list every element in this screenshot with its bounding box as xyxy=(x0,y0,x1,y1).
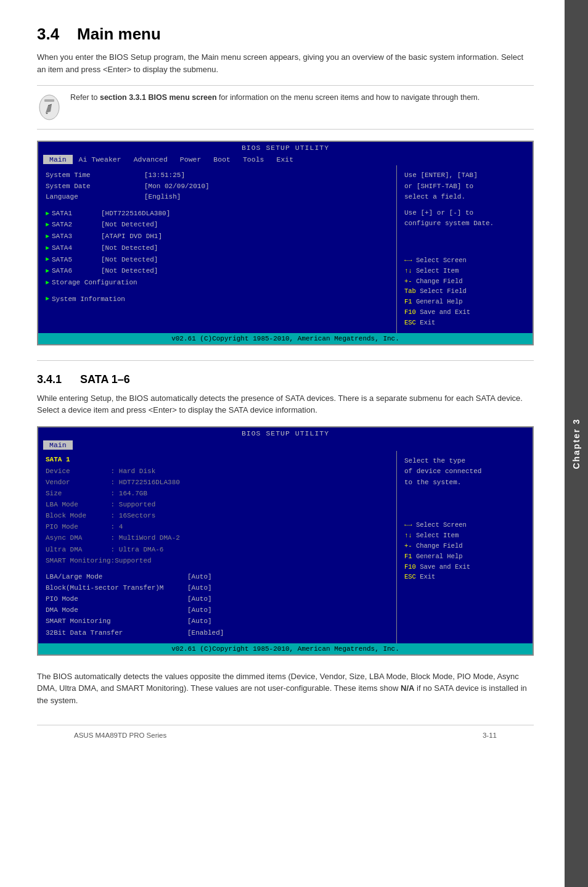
section-341-heading: 3.4.1 SATA 1–6 xyxy=(37,373,534,386)
section-34-heading: 3.4 Main menu xyxy=(37,25,534,44)
bios-menu-power[interactable]: Power xyxy=(174,155,208,164)
note-after: for information on the menu screen items… xyxy=(217,93,480,102)
section-34-num: 3.4 xyxy=(37,25,59,43)
section-34-text: Main menu xyxy=(77,25,161,43)
bios-row-systemtime[interactable]: System Time [13:51:25] xyxy=(46,170,389,181)
bios-sata-help-3: to the system. xyxy=(404,477,525,489)
bios-sata-left: SATA 1 Device : Hard Disk Vendor : HDT72… xyxy=(38,451,397,643)
bios-sata3-item[interactable]: ►SATA3[ATAPI DVD DH1] xyxy=(46,231,389,242)
note-bold: section 3.3.1 BIOS menu screen xyxy=(100,93,217,102)
bios-help-4: Use [+] or [-] to xyxy=(404,208,525,219)
page-footer: ASUS M4A89TD PRO Series 3-11 xyxy=(37,725,534,745)
section-divider xyxy=(37,360,534,361)
chapter-label: Chapter 3 xyxy=(571,418,581,469)
bios-main-footer: v02.61 (C)Copyright 1985-2010, American … xyxy=(38,333,533,344)
bios-menu-boot[interactable]: Boot xyxy=(207,155,237,164)
bios-row-systemdate[interactable]: System Date [Mon 02/09/2010] xyxy=(46,181,389,192)
bios-main-left: System Time [13:51:25] System Date [Mon … xyxy=(38,165,397,333)
bios-sata-menubar: Main xyxy=(38,439,533,451)
bios-sata2-item[interactable]: ►SATA2[Not Detected] xyxy=(46,219,389,231)
bottom-text: The BIOS automatically detects the value… xyxy=(37,670,534,707)
bios-help-5: configure system Date. xyxy=(404,218,525,229)
bios-device-info: Device : Hard Disk Vendor : HDT722516DLA… xyxy=(46,466,389,566)
footer-left: ASUS M4A89TD PRO Series xyxy=(74,732,166,739)
bios-help-1: Use [ENTER], [TAB] xyxy=(404,170,525,181)
bios-main-right: Use [ENTER], [TAB] or [SHIFT-TAB] to sel… xyxy=(397,165,533,333)
bios-sata-header: SATA 1 xyxy=(46,456,389,463)
section-341-num: 3.4.1 xyxy=(37,373,62,386)
bios-main-content: System Time [13:51:25] System Date [Mon … xyxy=(38,165,533,333)
bios-config-32bit[interactable]: 32Bit Data Transfer[Enabled] xyxy=(46,627,389,638)
section-34-body: When you enter the BIOS Setup program, t… xyxy=(37,51,534,75)
pencil-icon xyxy=(38,93,60,122)
bios-help-2: or [SHIFT-TAB] to xyxy=(404,181,525,192)
bios-system-info-item[interactable]: ►System Information xyxy=(46,294,389,305)
bios-sata-help-1: Select the type xyxy=(404,456,525,467)
note-text: Refer to section 3.3.1 BIOS menu screen … xyxy=(70,92,480,104)
bios-row-language[interactable]: Language [English] xyxy=(46,192,389,203)
bios-sata-screen: BIOS SETUP UTILITY Main SATA 1 Device : … xyxy=(37,426,534,656)
bios-sata-keys: ←→ Select Screen ↑↓ Select Item +- Chang… xyxy=(404,520,525,582)
svg-rect-1 xyxy=(44,99,54,102)
bios-sata1-item[interactable]: ►SATA1[HDT722516DLA380] xyxy=(46,208,389,220)
bios-sata-content: SATA 1 Device : Hard Disk Vendor : HDT72… xyxy=(38,451,533,643)
bios-config-block[interactable]: Block(Multi-sector Transfer)M[Auto] xyxy=(46,582,389,593)
bios-config-smart[interactable]: SMART Monitoring[Auto] xyxy=(46,616,389,627)
note-icon xyxy=(37,92,62,123)
bios-main-menubar: Main Ai Tweaker Advanced Power Boot Tool… xyxy=(38,154,533,165)
bios-main-title: BIOS SETUP UTILITY xyxy=(38,142,533,154)
bios-sata5-item[interactable]: ►SATA5[Not Detected] xyxy=(46,254,389,266)
section-341-text: SATA 1–6 xyxy=(80,373,130,386)
bios-menu-tools[interactable]: Tools xyxy=(237,155,271,164)
section-341-body: While entering Setup, the BIOS automatic… xyxy=(37,392,534,416)
bios-menu-main[interactable]: Main xyxy=(43,155,73,164)
bios-menu-aitweaker[interactable]: Ai Tweaker xyxy=(73,155,128,164)
note-box: Refer to section 3.3.1 BIOS menu screen … xyxy=(37,85,534,130)
bios-main-keys: ←→ Select Screen ↑↓ Select Item +- Chang… xyxy=(404,255,525,328)
bios-menu-advanced[interactable]: Advanced xyxy=(128,155,174,164)
bios-sata4-item[interactable]: ►SATA4[Not Detected] xyxy=(46,242,389,254)
bios-config-pio[interactable]: PIO Mode[Auto] xyxy=(46,593,389,604)
bios-sata-help-2: of device connected xyxy=(404,466,525,477)
bios-config-dma[interactable]: DMA Mode[Auto] xyxy=(46,604,389,616)
bios-sata-footer: v02.61 (C)Copyright 1985-2010, American … xyxy=(38,643,533,654)
footer-right: 3-11 xyxy=(483,732,497,739)
bios-config-lba[interactable]: LBA/Large Mode[Auto] xyxy=(46,571,389,582)
chapter-sidebar: Chapter 3 xyxy=(565,0,588,887)
bios-sata6-item[interactable]: ►SATA6[Not Detected] xyxy=(46,265,389,277)
bios-storage-config-item[interactable]: ►Storage Configuration xyxy=(46,277,389,289)
bios-main-screen: BIOS SETUP UTILITY Main Ai Tweaker Advan… xyxy=(37,141,534,345)
bios-help-3: select a field. xyxy=(404,192,525,203)
bios-sata-menu-main[interactable]: Main xyxy=(43,440,73,450)
bios-sata-title: BIOS SETUP UTILITY xyxy=(38,427,533,439)
bios-sata-right: Select the type of device connected to t… xyxy=(397,451,533,643)
bios-menu-exit[interactable]: Exit xyxy=(270,155,300,164)
